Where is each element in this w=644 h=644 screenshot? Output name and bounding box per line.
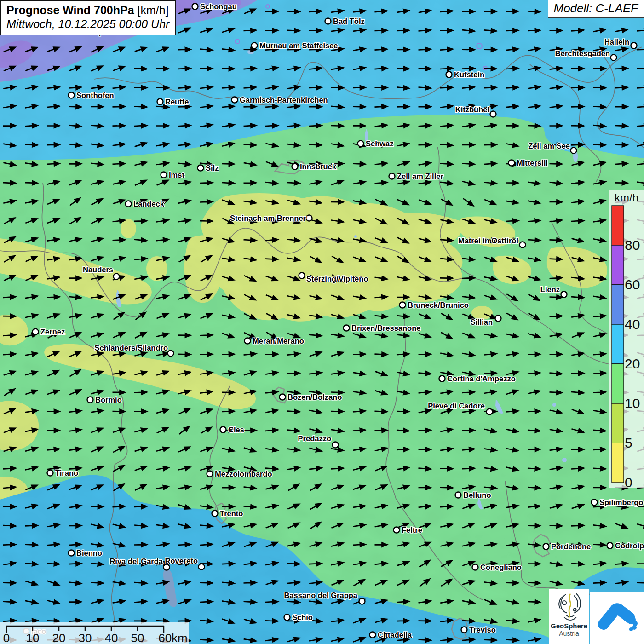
city-dot-icon [325, 18, 331, 24]
city-label: Lienz [540, 285, 560, 293]
city-dot-icon [389, 173, 395, 179]
city-dot-icon [455, 492, 461, 498]
city-dot-icon [446, 72, 452, 78]
city-dot-icon [199, 564, 205, 570]
city-label: Sterzing/Vipiteno [306, 275, 368, 283]
legend-color-step [612, 206, 624, 245]
city-label: Cittadella [378, 631, 412, 639]
city-dot-icon [87, 397, 93, 403]
city-marker: Zernez [33, 328, 65, 336]
scale-tick-label: 30 [79, 631, 92, 644]
city-label: Sonthofen [76, 91, 114, 99]
city-label: Kufstein [454, 70, 484, 79]
city-marker: Cles [220, 426, 244, 434]
city-label: Bienno [76, 549, 102, 557]
scale-tick-label: 40 [105, 631, 118, 644]
city-marker: Trento [212, 509, 243, 518]
city-marker: Steinach am Brenner [230, 214, 312, 222]
city-label: Pieve di Cadore [428, 402, 485, 410]
legend-step-label: 40 [625, 316, 640, 332]
city-label: Schio [292, 613, 313, 621]
city-dot-icon [543, 544, 549, 550]
city-dot-icon [370, 632, 376, 638]
city-marker: Garmisch-Partenkirchen [232, 96, 328, 104]
city-label: Bassano del Grappa [284, 591, 357, 599]
city-label: Brixen/Bressanone [351, 324, 420, 332]
city-dot-icon [461, 627, 467, 633]
city-dot-icon [359, 598, 365, 604]
map-title-unit: [km/h] [138, 4, 169, 17]
city-dot-icon [611, 55, 617, 61]
legend-step-label: 10 [625, 396, 640, 411]
legend-step-label: 60 [625, 277, 640, 292]
city-dot-icon [161, 172, 167, 178]
city-dot-icon [394, 527, 400, 533]
city-label: Hallein [604, 38, 629, 46]
city-label: Cortina d'Ampezzo [447, 374, 516, 383]
scale-tick-label: 60km [158, 631, 188, 644]
city-marker: Tirano [47, 469, 79, 477]
city-dot-icon [114, 274, 120, 280]
city-label: Predazzo [298, 434, 331, 443]
city-label: Berchtesgaden [555, 49, 610, 58]
city-label: Trento [220, 509, 243, 518]
city-label: Matrei in Osttirol [458, 236, 518, 245]
city-label: Schlanders/Silandro [94, 344, 168, 352]
city-dot-icon [472, 564, 478, 570]
scale-tick-label: 50 [131, 631, 144, 644]
legend-color-step [612, 324, 624, 364]
legend-title: km/h [615, 191, 638, 204]
city-dot-icon [439, 376, 445, 382]
city-label: Bad Tölz [333, 17, 365, 25]
city-marker: Imst [161, 171, 185, 179]
legend-step-label: 5 [625, 435, 632, 450]
city-marker: Meran/Merano [245, 337, 304, 345]
city-label: Zell am See [528, 142, 570, 150]
city-marker: Murnau am Staffelsee [252, 41, 338, 50]
city-dot-icon [69, 92, 75, 98]
city-dot-icon [509, 160, 515, 166]
city-marker: Schio [284, 613, 313, 621]
city-label: Riva del Garda [109, 557, 163, 565]
city-dot-icon [232, 97, 238, 103]
city-dot-icon [157, 99, 163, 105]
geosphere-contour-icon [552, 589, 586, 622]
city-dot-icon [333, 442, 339, 448]
city-dot-icon [164, 564, 170, 570]
map-subtitle: Mittwoch, 10.12.2025 00:00 Uhr [6, 17, 169, 31]
city-dot-icon [284, 615, 290, 621]
city-dot-icon [487, 409, 493, 415]
city-marker: Bozen/Bolzano [280, 393, 342, 401]
city-marker: Zell am Ziller [389, 172, 444, 180]
city-label: Zell am Ziller [397, 172, 443, 180]
city-label: Reutte [165, 98, 189, 106]
weather-map-page: { "header": { "title_bold": "Prognose Wi… [0, 0, 644, 644]
wind-speed-legend: km/h806040201050 [609, 190, 644, 490]
partner-logo-box [590, 592, 644, 644]
city-label: Zernez [40, 328, 65, 336]
scale-tick-label: 10 [26, 631, 40, 644]
city-label: Cles [228, 426, 244, 434]
model-label: Modell: C-LAEF [554, 1, 638, 15]
city-label: Steinach am Brenner [230, 214, 306, 222]
city-marker: Mezzolombardo [207, 470, 272, 478]
city-label: Kitzbühel [455, 105, 489, 114]
city-label: Imst [169, 171, 184, 179]
city-dot-icon [198, 165, 204, 171]
city-dot-icon [220, 427, 226, 433]
scale-tick-label: 20 [52, 631, 66, 644]
city-label: Spilimbergo [599, 498, 643, 506]
legend-color-step [612, 285, 624, 324]
legend-color-step [612, 245, 624, 285]
city-label: Pordenone [551, 542, 591, 551]
city-dot-icon [344, 325, 350, 331]
city-label: Schongau [200, 2, 237, 11]
model-label-box: Modell: C-LAEF [548, 0, 644, 18]
geosphere-logo-name: GeoSphere [551, 622, 587, 630]
city-dot-icon [126, 201, 132, 207]
city-dot-icon [592, 500, 598, 506]
city-dot-icon [47, 470, 53, 476]
city-label: Belluno [463, 491, 491, 499]
city-label: Mezzolombardo [215, 470, 272, 478]
city-dot-icon [490, 111, 496, 117]
